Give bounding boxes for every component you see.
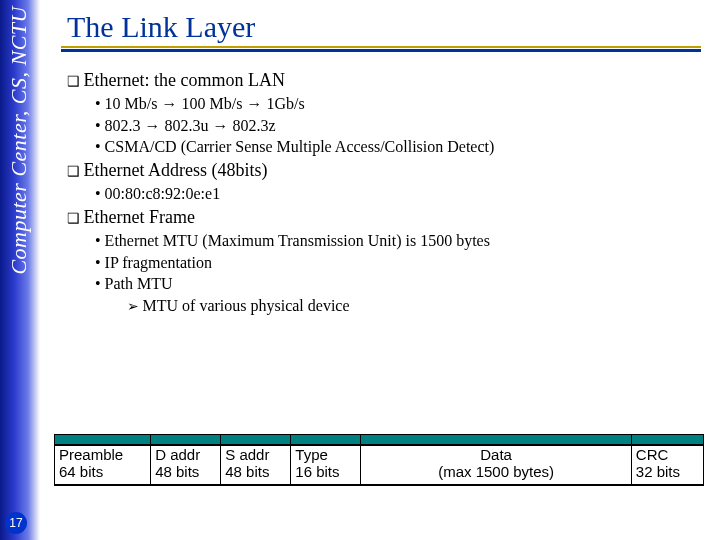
- bullet-item: CSMA/CD (Carrier Sense Multiple Access/C…: [95, 136, 705, 158]
- bullet-item: IP fragmentation: [95, 252, 705, 274]
- page-number-badge: 17: [5, 512, 27, 534]
- bullet-item: 00:80:c8:92:0e:e1: [95, 183, 705, 205]
- frame-field-data: Data (max 1500 bytes): [361, 446, 631, 485]
- frame-field-type: Type 16 bits: [291, 446, 361, 485]
- body-text: Ethernet: the common LAN 10 Mb/s → 100 M…: [67, 68, 705, 317]
- page-title: The Link Layer: [67, 10, 705, 44]
- sidebar-gradient: Computer Center, CS, NCTU: [0, 0, 40, 540]
- slide-content: The Link Layer Ethernet: the common LAN …: [55, 0, 705, 317]
- frame-field-preamble: Preamble 64 bits: [55, 446, 151, 485]
- section-heading: Ethernet Address (48bits): [67, 158, 705, 182]
- title-underline: [61, 46, 701, 52]
- section-heading: Ethernet Frame: [67, 205, 705, 229]
- bullet-item: 802.3 → 802.3u → 802.3z: [95, 115, 705, 137]
- frame-field-crc: CRC 32 bits: [631, 446, 703, 485]
- section-heading: Ethernet: the common LAN: [67, 68, 705, 92]
- ethernet-frame-diagram: Preamble 64 bits D addr 48 bits S addr 4…: [54, 434, 704, 486]
- frame-field-saddr: S addr 48 bits: [221, 446, 291, 485]
- bullet-item: 10 Mb/s → 100 Mb/s → 1Gb/s: [95, 93, 705, 115]
- bullet-item: Ethernet MTU (Maximum Transmission Unit)…: [95, 230, 705, 252]
- sidebar-org-label: Computer Center, CS, NCTU: [6, 6, 32, 275]
- page-number: 17: [9, 516, 22, 530]
- sub-bullet-item: MTU of various physical device: [127, 295, 705, 317]
- frame-field-daddr: D addr 48 bits: [151, 446, 221, 485]
- frame-field-labels: Preamble 64 bits D addr 48 bits S addr 4…: [54, 445, 704, 485]
- bullet-item: Path MTU: [95, 273, 705, 295]
